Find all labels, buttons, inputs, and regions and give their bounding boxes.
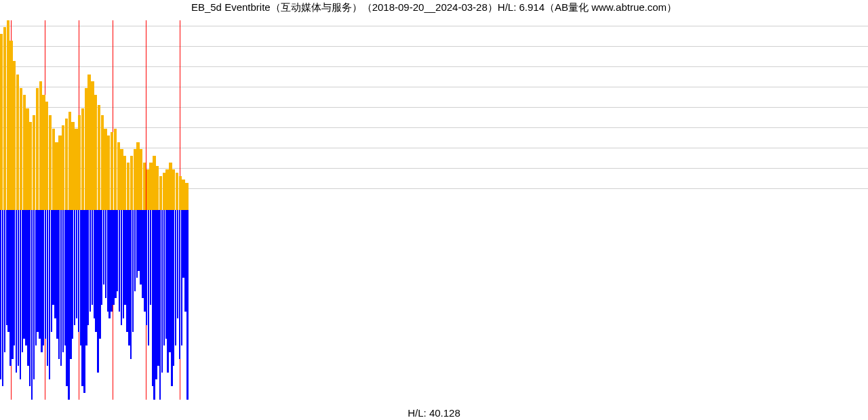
price-bar [26,108,28,210]
price-bar [62,125,64,210]
price-bar [169,163,172,210]
gridline [0,46,868,47]
price-bar [7,20,9,210]
price-bar [107,135,110,210]
price-bar [149,163,152,210]
price-bar [65,119,68,210]
price-bar [143,163,146,210]
price-bar [156,166,159,210]
gridline [0,87,868,87]
price-bar [165,169,168,210]
price-bar [153,156,155,210]
price-bar [179,176,182,210]
price-bar [71,122,74,210]
price-bar [52,129,55,210]
price-bar [104,129,106,210]
gridline [0,127,868,128]
price-bar [185,183,188,210]
price-bar [123,156,126,210]
price-bar [49,115,52,210]
price-bar [16,75,19,210]
gridline [0,148,868,148]
price-bar [98,105,100,210]
price-bar [42,95,45,210]
price-bar [114,129,117,210]
price-bar [176,173,178,210]
price-bar [127,163,130,210]
price-bar [23,95,26,210]
price-bar [29,122,32,210]
price-bar [140,149,142,210]
price-bar [36,88,39,210]
price-bar [163,173,165,210]
price-bar [87,75,90,210]
price-bar [78,115,81,210]
volume-bar [186,210,188,400]
price-bar [111,132,113,210]
price-bar [3,27,6,210]
price-bar [39,81,42,210]
chart-plot-area [0,20,868,400]
price-bar [20,88,22,210]
price-bar [45,102,48,210]
price-bar [85,88,87,210]
price-bar [130,156,133,210]
price-bar [58,135,61,210]
price-bar [55,142,58,210]
price-bar [13,61,16,210]
price-bar [134,149,136,210]
gridline [0,26,868,26]
price-bar [9,41,12,210]
gridline [0,107,868,108]
chart-title: EB_5d Eventbrite（互动媒体与服务）（2018-09-20__20… [0,1,868,14]
price-bar [101,115,104,210]
price-bar [91,81,94,210]
price-bar [94,95,97,210]
price-bar [120,149,123,210]
price-bar [81,108,84,210]
price-bar [0,34,3,210]
gridline [0,66,868,67]
bottom-hl-label: H/L: 40.128 [0,407,868,419]
price-bar [136,142,139,210]
price-bar [75,129,77,210]
price-bar [172,169,175,210]
price-bar [182,180,184,210]
price-bar [159,176,162,210]
price-bar [33,115,35,210]
price-bar [117,142,120,210]
price-bar [146,169,149,210]
price-bar [68,112,71,210]
